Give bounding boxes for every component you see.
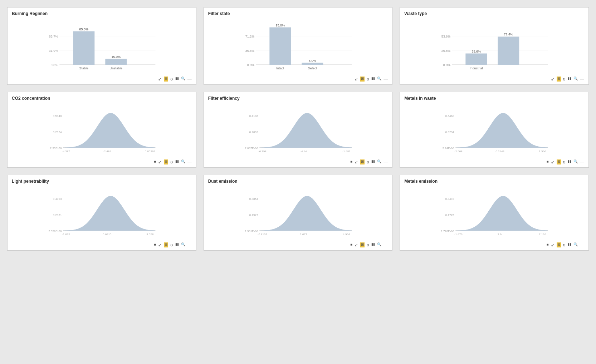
sigma-icon[interactable]: σ — [367, 77, 369, 82]
minus-icon[interactable]: — — [580, 77, 584, 82]
grid-icon[interactable]: ⊞ — [557, 242, 561, 247]
sigma-icon[interactable]: σ — [170, 242, 173, 247]
svg-text:31.9%: 31.9% — [49, 49, 58, 53]
toolbar-metals-in-waste: ■↙⊞σ▮▮🔍— — [404, 159, 584, 164]
toolbar-co2-concentration: ■↙⊞σ▮▮🔍— — [12, 159, 192, 164]
minus-icon[interactable]: — — [580, 242, 584, 247]
square-icon[interactable]: ■ — [547, 242, 549, 247]
search-icon[interactable]: 🔍 — [573, 77, 578, 82]
grid-icon[interactable]: ⊞ — [360, 159, 365, 164]
arrow-icon[interactable]: ↙ — [355, 77, 358, 82]
bar-chart-icon[interactable]: ▮▮ — [371, 77, 375, 82]
search-icon[interactable]: 🔍 — [377, 242, 381, 247]
grid-icon[interactable]: ⊞ — [164, 159, 168, 164]
svg-text:-1.481: -1.481 — [342, 150, 351, 153]
arrow-icon[interactable]: ↙ — [551, 159, 555, 164]
chart-title-burning-regimen: Burning Regimen — [12, 11, 192, 16]
sigma-icon[interactable]: σ — [563, 242, 566, 247]
svg-text:0.5848: 0.5848 — [53, 114, 62, 118]
svg-text:95.0%: 95.0% — [275, 24, 285, 27]
grid-icon[interactable]: ⊞ — [164, 242, 168, 247]
arrow-icon[interactable]: ↙ — [551, 77, 555, 82]
svg-text:2.93E-06: 2.93E-06 — [50, 147, 62, 150]
svg-rect-6 — [73, 31, 94, 65]
bar-chart-icon[interactable]: ▮▮ — [568, 77, 571, 82]
arrow-icon[interactable]: ↙ — [158, 159, 162, 164]
svg-text:-1.476: -1.476 — [454, 233, 463, 236]
minus-icon[interactable]: — — [187, 159, 192, 164]
svg-text:35.6%: 35.6% — [245, 49, 254, 53]
sigma-icon[interactable]: σ — [170, 77, 173, 82]
svg-text:-1.675: -1.675 — [62, 233, 70, 236]
svg-text:85.0%: 85.0% — [79, 28, 89, 31]
arrow-icon[interactable]: ↙ — [355, 159, 358, 164]
square-icon[interactable]: ■ — [154, 242, 156, 247]
grid-icon[interactable]: ⊞ — [164, 77, 168, 82]
grid-icon[interactable]: ⊞ — [360, 77, 365, 82]
svg-text:0.4703: 0.4703 — [53, 197, 62, 201]
grid-icon[interactable]: ⊞ — [557, 159, 561, 164]
svg-text:Unstable: Unstable — [110, 67, 123, 70]
svg-text:0.1927: 0.1927 — [249, 213, 258, 217]
search-icon[interactable]: 🔍 — [573, 159, 578, 164]
square-icon[interactable]: ■ — [547, 159, 549, 164]
sigma-icon[interactable]: σ — [367, 159, 369, 164]
svg-text:28.6%: 28.6% — [472, 50, 481, 53]
search-icon[interactable]: 🔍 — [181, 242, 185, 247]
minus-icon[interactable]: — — [187, 77, 192, 82]
chart-metals-emission: Metals emission1.728E-060.17250.3449-1.4… — [400, 175, 589, 251]
sigma-icon[interactable]: σ — [563, 159, 566, 164]
svg-text:0.3854: 0.3854 — [249, 197, 258, 201]
chart-filter-efficiency: Filter efficiency2.097E-060.20930.4186-6… — [204, 92, 393, 168]
svg-text:0.2093: 0.2093 — [249, 131, 258, 134]
arrow-icon[interactable]: ↙ — [158, 242, 162, 247]
bar-chart-icon[interactable]: ▮▮ — [175, 159, 179, 164]
svg-text:0.1725: 0.1725 — [445, 213, 454, 217]
search-icon[interactable]: 🔍 — [573, 242, 578, 247]
chart-dust-emission: Dust emission1.931E-060.19270.3854-0.810… — [204, 175, 393, 251]
svg-rect-18 — [269, 28, 291, 65]
bar-chart-icon[interactable]: ▮▮ — [371, 242, 375, 247]
svg-text:-2.508: -2.508 — [454, 150, 463, 153]
svg-rect-33 — [498, 36, 519, 65]
chart-light-penetrability: Light penetrability2.356E-060.23510.4703… — [7, 175, 196, 251]
chart-title-metals-emission: Metals emission — [404, 179, 584, 184]
grid-icon[interactable]: ⊞ — [360, 242, 365, 247]
svg-text:1.728E-06: 1.728E-06 — [441, 230, 454, 233]
search-icon[interactable]: 🔍 — [377, 159, 381, 164]
search-icon[interactable]: 🔍 — [181, 77, 185, 82]
svg-text:3.058: 3.058 — [146, 233, 154, 236]
bar-chart-icon[interactable]: ▮▮ — [568, 159, 571, 164]
chart-title-dust-emission: Dust emission — [208, 179, 388, 184]
toolbar-light-penetrability: ■↙⊞σ▮▮🔍— — [12, 242, 192, 247]
square-icon[interactable]: ■ — [154, 159, 156, 164]
minus-icon[interactable]: — — [384, 242, 388, 247]
search-icon[interactable]: 🔍 — [377, 77, 381, 82]
chart-title-metals-in-waste: Metals in waste — [404, 96, 584, 101]
sigma-icon[interactable]: σ — [170, 159, 173, 164]
minus-icon[interactable]: — — [384, 159, 388, 164]
svg-text:0.05292: 0.05292 — [145, 150, 155, 153]
chart-burning-regimen: Burning Regimen0.0%31.9%63.7%85.0%Stable… — [7, 7, 196, 85]
bar-chart-icon[interactable]: ▮▮ — [568, 242, 571, 247]
minus-icon[interactable]: — — [187, 242, 192, 247]
search-icon[interactable]: 🔍 — [181, 159, 185, 164]
arrow-icon[interactable]: ↙ — [551, 242, 555, 247]
chart-waste-type: Waste type0.0%26.8%53.6%28.6%Industrial7… — [400, 7, 589, 85]
square-icon[interactable]: ■ — [350, 242, 352, 247]
minus-icon[interactable]: — — [384, 77, 388, 82]
arrow-icon[interactable]: ↙ — [355, 242, 358, 247]
svg-text:0.0%: 0.0% — [443, 63, 451, 67]
square-icon[interactable]: ■ — [350, 159, 352, 164]
toolbar-waste-type: ↙⊞σ▮▮🔍— — [404, 77, 584, 82]
arrow-icon[interactable]: ↙ — [158, 77, 162, 82]
bar-chart-icon[interactable]: ▮▮ — [175, 77, 179, 82]
bar-chart-icon[interactable]: ▮▮ — [371, 159, 375, 164]
sigma-icon[interactable]: σ — [563, 77, 566, 82]
svg-text:2.077: 2.077 — [300, 233, 307, 236]
bar-chart-icon[interactable]: ▮▮ — [175, 242, 179, 247]
grid-icon[interactable]: ⊞ — [557, 77, 561, 82]
minus-icon[interactable]: — — [580, 159, 584, 164]
svg-text:Industrial: Industrial — [470, 67, 483, 70]
sigma-icon[interactable]: σ — [367, 242, 369, 247]
